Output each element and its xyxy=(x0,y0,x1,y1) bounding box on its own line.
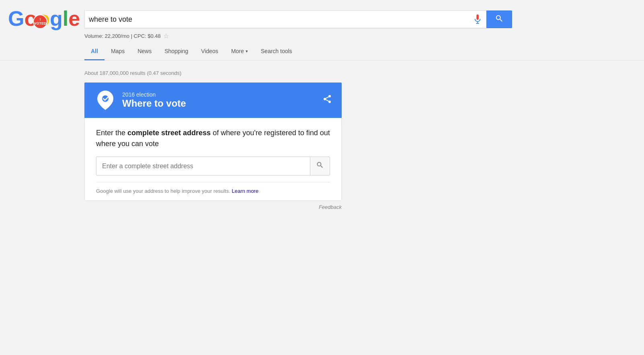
election-card-text: 2016 election Where to vote xyxy=(122,91,186,109)
search-icon xyxy=(495,14,504,25)
address-input[interactable] xyxy=(96,158,310,175)
logo-g2: g xyxy=(50,8,63,29)
search-input[interactable] xyxy=(89,15,470,24)
tab-all[interactable]: All xyxy=(84,43,105,60)
svg-point-6 xyxy=(328,101,331,103)
svg-point-5 xyxy=(324,98,326,100)
election-card-header: 2016 election Where to vote xyxy=(84,83,342,118)
address-prompt-bold: complete street address xyxy=(127,129,211,137)
voted-badge: I VOTED xyxy=(33,14,47,29)
mic-icon[interactable] xyxy=(473,14,482,25)
feedback-row: Feedback xyxy=(84,201,342,215)
election-subtitle: 2016 election xyxy=(122,91,186,98)
search-bar-row xyxy=(0,6,644,31)
tab-search-tools[interactable]: Search tools xyxy=(254,43,299,60)
address-input-row xyxy=(96,157,330,175)
star-icon[interactable]: ☆ xyxy=(163,32,169,40)
logo-e: e xyxy=(68,8,80,29)
tab-more[interactable]: More ▾ xyxy=(225,43,254,60)
svg-rect-0 xyxy=(476,14,479,20)
volume-text: Volume: 22,200/mo | CPC: $0.48 xyxy=(84,33,161,39)
nav-tabs: All Maps News Shopping Videos More ▾ Sea… xyxy=(0,43,644,60)
tab-videos[interactable]: Videos xyxy=(195,43,225,60)
feedback-link[interactable]: Feedback xyxy=(319,204,342,210)
search-button[interactable] xyxy=(486,10,512,28)
learn-more-link[interactable]: Learn more xyxy=(232,188,258,194)
election-title: Where to vote xyxy=(122,98,186,109)
logo-g1: G xyxy=(8,8,24,29)
location-icon xyxy=(96,91,115,110)
results-count: About 187,000,000 results (0.47 seconds) xyxy=(84,67,342,83)
tab-news[interactable]: News xyxy=(131,43,158,60)
logo-l: l xyxy=(63,8,68,29)
address-widget: Enter the complete street address of whe… xyxy=(84,118,342,201)
tab-maps[interactable]: Maps xyxy=(105,43,131,60)
svg-line-7 xyxy=(326,100,329,101)
tab-shopping[interactable]: Shopping xyxy=(158,43,195,60)
svg-point-4 xyxy=(328,95,331,97)
chevron-down-icon: ▾ xyxy=(246,49,248,54)
address-prompt: Enter the complete street address of whe… xyxy=(96,128,330,149)
search-box xyxy=(84,10,486,28)
google-logo: G o I VOTED o g l e xyxy=(8,6,76,31)
volume-row: Volume: 22,200/mo | CPC: $0.48 ☆ xyxy=(0,31,644,43)
address-search-button[interactable] xyxy=(310,157,330,175)
privacy-text: Google will use your address to help imp… xyxy=(96,188,230,194)
content-area: About 187,000,000 results (0.47 seconds)… xyxy=(0,60,342,215)
svg-line-8 xyxy=(326,97,329,99)
share-icon[interactable] xyxy=(322,94,332,106)
privacy-note: Google will use your address to help imp… xyxy=(96,182,330,200)
